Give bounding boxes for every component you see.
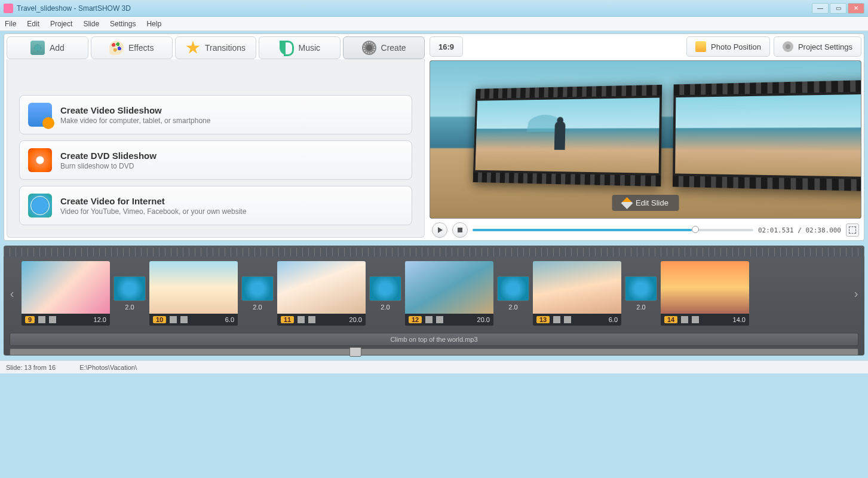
seek-thumb[interactable] <box>692 226 699 233</box>
star-icon <box>186 41 200 55</box>
fullscreen-button[interactable] <box>846 223 859 237</box>
timeline-zoom-scrollbar[interactable] <box>10 348 858 356</box>
edit-slide-button[interactable]: Edit Slide <box>612 195 679 211</box>
minimize-button[interactable]: — <box>812 3 829 14</box>
playback-controls: 02:01.531 / 02:38.000 <box>430 219 861 238</box>
stop-button[interactable] <box>452 222 468 238</box>
tab-add[interactable]: Add <box>7 36 88 59</box>
seek-bar[interactable] <box>473 229 753 231</box>
play-button[interactable] <box>432 222 447 238</box>
video-icon <box>28 103 52 127</box>
dvd-icon <box>28 148 52 172</box>
photo-icon <box>695 41 706 52</box>
edit-icon <box>170 316 177 323</box>
edit-icon <box>297 316 305 323</box>
tab-transitions[interactable]: Transitions <box>175 36 257 59</box>
transition-icon <box>497 276 529 301</box>
maximize-button[interactable]: ▭ <box>830 3 846 14</box>
film-reel-icon <box>362 41 376 55</box>
menu-settings[interactable]: Settings <box>110 20 136 28</box>
statusbar: Slide: 13 from 16 E:\Photos\Vacation\ <box>0 360 868 373</box>
status-path: E:\Photos\Vacation\ <box>79 364 137 371</box>
sound-icon <box>180 316 188 323</box>
app-icon <box>4 4 13 13</box>
sound-icon <box>564 316 571 323</box>
aspect-ratio-button[interactable]: 16:9 <box>430 36 463 57</box>
palette-icon <box>109 41 124 55</box>
play-icon <box>438 227 443 233</box>
menubar: File Edit Project Slide Settings Help <box>0 17 868 31</box>
audio-track[interactable]: Climb on top of the world.mp3 <box>10 333 858 346</box>
preview-area: Edit Slide <box>430 60 861 219</box>
transition-10-11[interactable]: 2.0 <box>241 276 274 311</box>
tab-effects[interactable]: Effects <box>91 36 173 59</box>
menu-help[interactable]: Help <box>146 20 161 28</box>
create-video-internet-button[interactable]: Create Video for InternetVideo for YouTu… <box>19 186 412 225</box>
transition-icon <box>369 276 401 301</box>
menu-file[interactable]: File <box>5 20 16 28</box>
timeline-ruler[interactable] <box>4 248 864 256</box>
timeline: ‹ 912.0 2.0 106.0 2.0 1120.0 2.0 <box>4 246 864 356</box>
edit-icon <box>38 316 45 323</box>
time-display: 02:01.531 / 02:38.000 <box>758 226 841 234</box>
close-button[interactable]: ✕ <box>848 3 864 14</box>
transition-icon <box>114 276 146 301</box>
main-tabs: Add Effects Transitions Music Create <box>7 36 425 59</box>
timeline-slide-12[interactable]: 1220.0 <box>405 261 493 326</box>
timeline-slide-10[interactable]: 106.0 <box>149 261 238 326</box>
titlebar: Travel_slideshow - SmartSHOW 3D — ▭ ✕ <box>0 0 868 17</box>
menu-edit[interactable]: Edit <box>27 20 39 28</box>
globe-icon <box>28 194 52 217</box>
photo-position-button[interactable]: Photo Position <box>686 36 770 57</box>
project-settings-button[interactable]: Project Settings <box>774 36 861 57</box>
sound-icon <box>692 316 699 323</box>
create-video-slideshow-button[interactable]: Create Video SlideshowMake video for com… <box>19 95 412 134</box>
menu-project[interactable]: Project <box>50 20 72 28</box>
timeline-slide-13[interactable]: 136.0 <box>533 261 621 326</box>
transition-icon <box>241 276 274 301</box>
sound-icon <box>436 316 443 323</box>
create-dvd-slideshow-button[interactable]: Create DVD SlideshowBurn slideshow to DV… <box>19 140 412 180</box>
transition-13-14[interactable]: 2.0 <box>625 276 657 311</box>
window-title: Travel_slideshow - SmartSHOW 3D <box>17 4 811 13</box>
timeline-slide-11[interactable]: 1120.0 <box>277 261 366 326</box>
camera-icon <box>30 41 45 55</box>
gear-icon <box>783 41 793 52</box>
timeline-scroll-left[interactable]: ‹ <box>6 287 18 301</box>
timeline-slide-14[interactable]: 1414.0 <box>661 261 749 326</box>
stop-icon <box>458 228 462 232</box>
transition-icon <box>625 276 657 301</box>
sound-icon <box>308 316 315 323</box>
tab-music[interactable]: Music <box>259 36 341 59</box>
edit-icon <box>425 316 433 323</box>
status-slide-count: Slide: 13 from 16 <box>6 364 56 371</box>
create-panel: Create Video SlideshowMake video for com… <box>7 59 425 238</box>
edit-icon <box>681 316 688 323</box>
sound-icon <box>49 316 56 323</box>
tab-create[interactable]: Create <box>343 36 425 59</box>
timeline-slide-9[interactable]: 912.0 <box>22 261 110 326</box>
pencil-icon <box>621 197 633 209</box>
zoom-thumb[interactable] <box>349 347 361 357</box>
transition-12-13[interactable]: 2.0 <box>497 276 529 311</box>
music-note-icon <box>280 41 294 55</box>
menu-slide[interactable]: Slide <box>83 20 99 28</box>
transition-11-12[interactable]: 2.0 <box>369 276 401 311</box>
timeline-scroll-right[interactable]: › <box>850 287 862 301</box>
edit-icon <box>553 316 560 323</box>
transition-9-10[interactable]: 2.0 <box>114 276 146 311</box>
